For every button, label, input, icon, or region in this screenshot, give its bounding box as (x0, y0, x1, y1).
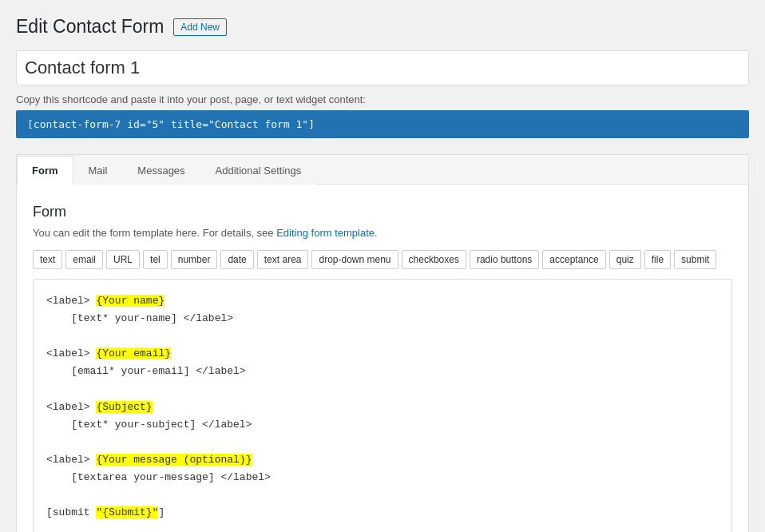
tag-button-tel[interactable]: tel (143, 250, 168, 269)
tag-button-number[interactable]: number (171, 250, 218, 269)
tag-button-quiz[interactable]: quiz (609, 250, 641, 269)
shortcode-box[interactable]: [contact-form-7 id="5" title="Contact fo… (16, 110, 749, 138)
page-header: Edit Contact Form Add New (16, 16, 749, 38)
tag-button-url[interactable]: URL (106, 250, 140, 269)
tag-button-date[interactable]: date (220, 250, 253, 269)
tag-button-file[interactable]: file (644, 250, 671, 269)
tag-button-checkboxes[interactable]: checkboxes (402, 250, 466, 269)
page-title: Edit Contact Form (16, 16, 164, 38)
tag-button-text-area[interactable]: text area (257, 250, 309, 269)
tag-button-email[interactable]: email (65, 250, 103, 269)
tag-button-drop-down-menu[interactable]: drop-down menu (311, 250, 398, 269)
tab-content-form: Form You can edit the form template here… (17, 185, 748, 532)
tab-mail[interactable]: Mail (73, 156, 123, 185)
tab-additional-settings[interactable]: Additional Settings (200, 156, 317, 185)
tag-buttons-row: textemailURLtelnumberdatetext areadrop-d… (33, 250, 732, 269)
form-description: You can edit the form template here. For… (33, 227, 732, 239)
tabs-wrapper: Form Mail Messages Additional Settings F… (16, 154, 749, 532)
tab-messages[interactable]: Messages (122, 156, 200, 185)
tag-button-radio-buttons[interactable]: radio buttons (470, 250, 539, 269)
add-new-button[interactable]: Add New (173, 18, 227, 36)
form-name-input[interactable] (16, 50, 749, 85)
code-editor[interactable]: <label> {Your name} [text* your-name] </… (33, 279, 732, 532)
tabs-nav: Form Mail Messages Additional Settings (17, 155, 748, 185)
tab-form[interactable]: Form (17, 156, 73, 185)
tag-button-acceptance[interactable]: acceptance (542, 250, 605, 269)
tag-button-submit[interactable]: submit (674, 250, 716, 269)
tag-button-text[interactable]: text (33, 250, 62, 269)
editing-form-template-link[interactable]: Editing form template (276, 227, 375, 239)
form-section-title: Form (33, 204, 732, 220)
shortcode-description: Copy this shortcode and paste it into yo… (16, 93, 749, 105)
